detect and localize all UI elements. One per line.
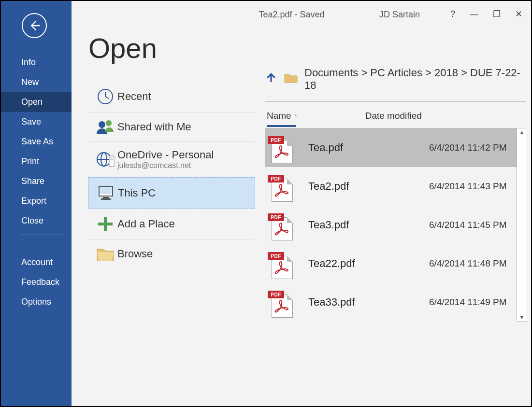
nav-item-info[interactable]: Info [1,53,72,72]
file-date: 6/4/2014 11:49 PM [429,297,507,308]
nav-item-share[interactable]: Share [1,171,72,191]
location-onedrive---personal[interactable]: OneDrive - Personaljulesds@comcast.net [88,142,255,177]
svg-rect-10 [100,187,112,194]
page-title: Open [88,32,255,64]
file-row[interactable]: PDFTea33.pdf6/4/2014 11:49 PM [265,283,526,322]
location-browse[interactable]: Browse [88,239,255,268]
main-area: Tea2.pdf - Saved JD Sartain ? — ❐ ✕ Open… [72,1,531,406]
nav-item-open[interactable]: Open [1,92,72,112]
svg-rect-11 [103,197,109,198]
pdf-file-icon: PDF [268,249,295,278]
file-name: Tea22.pdf [308,257,429,270]
location-icon [94,184,118,202]
file-date: 6/4/2014 11:45 PM [429,220,507,230]
nav-item-account[interactable]: Account [1,253,72,272]
nav-item-new[interactable]: New [1,72,72,92]
location-subtext: julesds@comcast.net [117,161,214,170]
nav-item-print[interactable]: Print [1,152,72,171]
location-add-a-place[interactable]: Add a Place [88,209,255,239]
sidebar-separator [20,235,63,235]
file-name: Tea2.pdf [308,180,429,193]
column-header-name[interactable]: Name↑ [267,111,298,121]
backstage-sidebar: InfoNewOpenSaveSave AsPrintShareExportCl… [1,1,72,406]
location-icon [93,150,117,168]
file-row[interactable]: PDFTea22.pdf6/4/2014 11:48 PM [265,244,526,283]
file-row[interactable]: PDFTea3.pdf6/4/2014 11:45 PM [265,206,526,244]
pdf-file-icon: PDF [268,172,295,201]
file-name: Tea33.pdf [308,296,429,309]
nav-item-save-as[interactable]: Save As [1,132,72,152]
svg-rect-12 [101,198,111,200]
restore-icon[interactable]: ❐ [493,10,501,18]
up-one-level-button[interactable] [265,71,277,87]
file-name: Tea.pdf [308,141,429,154]
svg-rect-14 [98,223,113,225]
location-icon [93,88,117,105]
file-row[interactable]: PDFTea2.pdf6/4/2014 11:43 PM [265,167,526,206]
column-header-date[interactable]: Date modified [365,111,422,121]
back-button[interactable] [22,13,47,38]
pdf-file-icon: PDF [268,211,295,239]
nav-item-feedback[interactable]: Feedback [1,272,72,292]
folder-icon [284,72,298,86]
column-underline [267,125,296,127]
pdf-file-icon: PDF [268,133,295,162]
nav-item-export[interactable]: Export [1,191,72,211]
nav-item-save[interactable]: Save [1,112,72,132]
location-recent[interactable]: Recent [88,81,255,112]
help-icon[interactable]: ? [450,10,455,18]
svg-point-1 [99,121,105,128]
location-shared-with-me[interactable]: Shared with Me [88,112,255,142]
location-icon [93,246,117,262]
file-row[interactable]: PDFTea.pdf6/4/2014 11:42 PM [265,128,526,167]
svg-rect-6 [109,156,114,167]
location-label: OneDrive - Personal [117,149,214,161]
nav-item-close[interactable]: Close [1,211,72,231]
location-icon [93,119,117,135]
scrollbar[interactable]: ▲ ▼ [517,128,527,322]
close-icon[interactable]: ✕ [515,10,522,18]
user-name[interactable]: JD Sartain [379,10,420,20]
scroll-up-icon[interactable]: ▲ [519,128,525,136]
location-label: Shared with Me [117,121,191,133]
file-date: 6/4/2014 11:43 PM [429,181,507,192]
location-this-pc[interactable]: This PC [88,177,255,209]
file-name: Tea3.pdf [308,219,429,231]
pdf-file-icon: PDF [268,288,295,317]
location-label: Add a Place [117,218,175,230]
location-icon [93,216,117,232]
back-arrow-icon [28,19,41,32]
location-label: Recent [117,90,151,103]
sort-asc-icon: ↑ [294,112,298,120]
file-date: 6/4/2014 11:48 PM [429,258,507,269]
svg-point-2 [106,120,112,126]
breadcrumb-path[interactable]: Documents > PC Articles > 2018 > DUE 7-2… [304,67,526,92]
nav-item-options[interactable]: Options [1,292,72,312]
document-title: Tea2.pdf - Saved [259,10,324,20]
location-label: This PC [118,187,156,199]
file-date: 6/4/2014 11:42 PM [429,142,507,153]
scroll-down-icon[interactable]: ▼ [519,313,525,321]
title-bar: Tea2.pdf - Saved JD Sartain ? — ❐ ✕ [72,6,531,23]
breadcrumb-bar: Documents > PC Articles > 2018 > DUE 7-2… [265,67,526,102]
location-label: Browse [117,248,153,260]
minimize-icon[interactable]: — [470,10,478,18]
